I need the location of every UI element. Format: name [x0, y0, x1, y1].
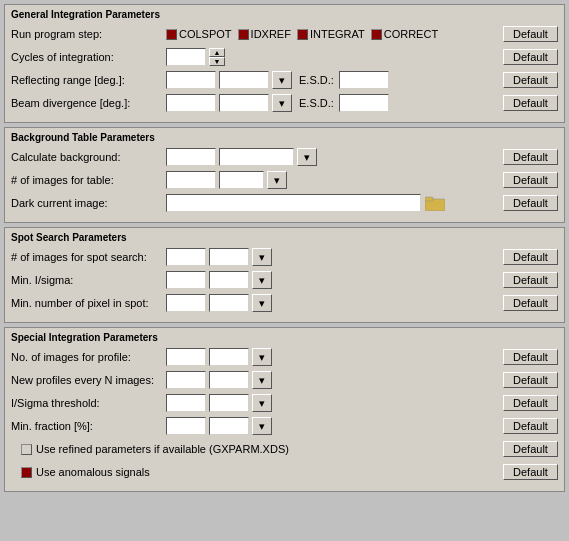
spot-pixel-input2[interactable]: 5 — [209, 294, 249, 312]
calc-bg-default-btn[interactable]: Default — [503, 149, 558, 165]
reflecting-input1[interactable]: Auto — [166, 71, 216, 89]
min-fraction-input2[interactable]: 75.0 — [209, 417, 249, 435]
special-section: Special Integration Parameters No. of im… — [4, 327, 565, 492]
spot-isigma-controls: 3.0 3.0 ▾ Default — [166, 271, 558, 289]
correct-checkbox[interactable] — [371, 29, 382, 40]
beam-input2[interactable]: 0.6 — [219, 94, 269, 112]
reflecting-default-btn[interactable]: Default — [503, 72, 558, 88]
dark-label: Dark current image: — [11, 197, 166, 209]
special-isigma-input1[interactable]: 3.00 — [166, 394, 206, 412]
dark-row: Dark current image: Default — [11, 193, 558, 213]
idxref-checkbox[interactable] — [238, 29, 249, 40]
beam-input1[interactable]: 1.301 — [166, 94, 216, 112]
step-integrat: INTEGRAT — [297, 28, 365, 40]
spot-images-input1[interactable]: 10 — [166, 248, 206, 266]
cycles-row: Cycles of integration: 1 ▲ ▼ Default — [11, 47, 558, 67]
spot-images-input2[interactable]: 10 — [209, 248, 249, 266]
beam-esd-input[interactable]: 0.000 — [339, 94, 389, 112]
special-images-input2[interactable]: 20 — [209, 348, 249, 366]
bg-images-default-btn[interactable]: Default — [503, 172, 558, 188]
dark-input[interactable] — [166, 194, 421, 212]
new-profiles-input1[interactable]: Auto — [166, 371, 206, 389]
run-program-row: Run program step: COLSPOT IDXREF INTEGRA… — [11, 24, 558, 44]
use-refined-checkbox[interactable] — [21, 444, 32, 455]
calc-bg-row: Calculate background: Auto Automatic ▾ D… — [11, 147, 558, 167]
bg-images-input[interactable]: Auto — [166, 171, 216, 189]
beam-controls: 1.301 0.6 ▾ E.S.D.: 0.000 Default — [166, 94, 558, 112]
min-fraction-default-btn[interactable]: Default — [503, 418, 558, 434]
spot-isigma-dropdown-btn[interactable]: ▾ — [252, 271, 272, 289]
calc-bg-controls: Auto Automatic ▾ Default — [166, 148, 558, 166]
use-refined-default-btn[interactable]: Default — [503, 441, 558, 457]
special-images-label: No. of images for profile: — [11, 351, 166, 363]
new-profiles-label: New profiles every N images: — [11, 374, 166, 386]
calc-bg-label: Calculate background: — [11, 151, 166, 163]
special-isigma-input2[interactable]: 3.0 — [209, 394, 249, 412]
beam-dropdown-btn[interactable]: ▾ — [272, 94, 292, 112]
special-images-controls: 10 20 ▾ Default — [166, 348, 558, 366]
spot-pixel-default-btn[interactable]: Default — [503, 295, 558, 311]
step-idxref: IDXREF — [238, 28, 291, 40]
cycles-controls: 1 ▲ ▼ Default — [166, 48, 558, 66]
spot-pixel-label: Min. number of pixel in spot: — [11, 297, 166, 309]
background-section: Background Table Parameters Calculate ba… — [4, 127, 565, 223]
calc-bg-dropdown-btn[interactable]: ▾ — [297, 148, 317, 166]
calc-bg-input[interactable]: Auto — [166, 148, 216, 166]
special-isigma-default-btn[interactable]: Default — [503, 395, 558, 411]
general-title: General Integration Parameters — [11, 9, 558, 20]
spot-images-row: # of images for spot search: 10 10 ▾ Def… — [11, 247, 558, 267]
cycles-down-btn[interactable]: ▼ — [209, 57, 225, 66]
spot-pixel-dropdown-btn[interactable]: ▾ — [252, 294, 272, 312]
idxref-label: IDXREF — [251, 28, 291, 40]
folder-icon[interactable] — [424, 194, 446, 212]
use-anomalous-default-btn[interactable]: Default — [503, 464, 558, 480]
special-isigma-dropdown-btn[interactable]: ▾ — [252, 394, 272, 412]
bg-images-dropdown-input[interactable]: Auto — [219, 171, 264, 189]
use-anomalous-checkbox[interactable] — [21, 467, 32, 478]
new-profiles-default-btn[interactable]: Default — [503, 372, 558, 388]
spot-isigma-input2[interactable]: 3.0 — [209, 271, 249, 289]
run-program-default-btn[interactable]: Default — [503, 26, 558, 42]
beam-default-btn[interactable]: Default — [503, 95, 558, 111]
min-fraction-label: Min. fraction [%]: — [11, 420, 166, 432]
cycles-input[interactable]: 1 — [166, 48, 206, 66]
svg-rect-1 — [425, 197, 433, 201]
spot-images-default-btn[interactable]: Default — [503, 249, 558, 265]
cycles-default-btn[interactable]: Default — [503, 49, 558, 65]
reflecting-controls: Auto Auto ▾ E.S.D.: 0.000 Default — [166, 71, 558, 89]
integrat-checkbox[interactable] — [297, 29, 308, 40]
spot-isigma-default-btn[interactable]: Default — [503, 272, 558, 288]
main-container: General Integration Parameters Run progr… — [0, 0, 569, 496]
calc-bg-dropdown-input[interactable]: Automatic — [219, 148, 294, 166]
colspot-checkbox[interactable] — [166, 29, 177, 40]
cycles-up-btn[interactable]: ▲ — [209, 48, 225, 57]
new-profiles-input2[interactable]: Auto — [209, 371, 249, 389]
use-refined-container: Use refined parameters if available (GXP… — [21, 443, 503, 455]
spot-images-label: # of images for spot search: — [11, 251, 166, 263]
spot-pixel-row: Min. number of pixel in spot: 5 5 ▾ Defa… — [11, 293, 558, 313]
reflecting-label: Reflecting range [deg.]: — [11, 74, 166, 86]
reflecting-dropdown-btn[interactable]: ▾ — [272, 71, 292, 89]
cycles-label: Cycles of integration: — [11, 51, 166, 63]
bg-images-dropdown-btn[interactable]: ▾ — [267, 171, 287, 189]
beam-esd-label: E.S.D.: — [299, 97, 334, 109]
special-images-default-btn[interactable]: Default — [503, 349, 558, 365]
reflecting-input2[interactable]: Auto — [219, 71, 269, 89]
reflecting-esd-input[interactable]: 0.000 — [339, 71, 389, 89]
min-fraction-input1[interactable]: 75.00 — [166, 417, 206, 435]
spot-pixel-input1[interactable]: 5 — [166, 294, 206, 312]
special-images-dropdown-btn[interactable]: ▾ — [252, 348, 272, 366]
spot-images-dropdown-btn[interactable]: ▾ — [252, 248, 272, 266]
spot-title: Spot Search Parameters — [11, 232, 558, 243]
min-fraction-dropdown-btn[interactable]: ▾ — [252, 417, 272, 435]
bg-images-row: # of images for table: Auto Auto ▾ Defau… — [11, 170, 558, 190]
step-correct: CORRECT — [371, 28, 438, 40]
use-anomalous-row: Use anomalous signals Default — [11, 462, 558, 482]
new-profiles-row: New profiles every N images: Auto Auto ▾… — [11, 370, 558, 390]
special-images-row: No. of images for profile: 10 20 ▾ Defau… — [11, 347, 558, 367]
new-profiles-dropdown-btn[interactable]: ▾ — [252, 371, 272, 389]
special-images-input1[interactable]: 10 — [166, 348, 206, 366]
dark-default-btn[interactable]: Default — [503, 195, 558, 211]
spot-pixel-controls: 5 5 ▾ Default — [166, 294, 558, 312]
spot-isigma-input1[interactable]: 3.0 — [166, 271, 206, 289]
